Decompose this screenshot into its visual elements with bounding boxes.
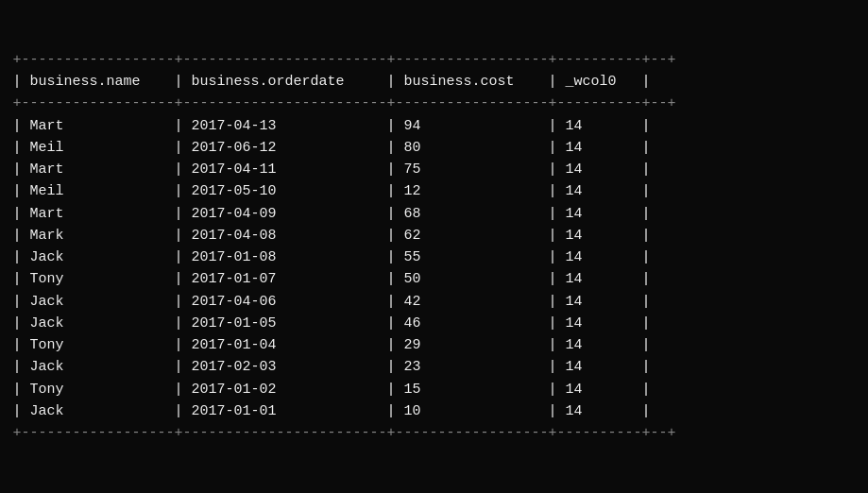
table-row: | Jack | 2017-01-08 | 55 | 14 | xyxy=(13,246,856,268)
table-row: | Jack | 2017-01-05 | 46 | 14 | xyxy=(13,313,856,334)
separator-mid: +------------------+--------------------… xyxy=(13,93,856,114)
table-row: | Tony | 2017-01-04 | 29 | 14 | xyxy=(13,334,856,356)
table-row: | Tony | 2017-01-02 | 15 | 14 | xyxy=(13,379,856,400)
table-row: | Mart | 2017-04-09 | 68 | 14 | xyxy=(13,203,856,225)
separator-top: +------------------+--------------------… xyxy=(13,49,856,71)
table-row: | Meil | 2017-05-10 | 12 | 14 | xyxy=(13,180,856,202)
query-results-table: +------------------+--------------------… xyxy=(9,45,859,449)
table-body: | Mart | 2017-04-13 | 94 | 14 || Meil | … xyxy=(13,115,856,423)
table-row: | Tony | 2017-01-07 | 50 | 14 | xyxy=(13,268,856,290)
table-row: | Meil | 2017-06-12 | 80 | 14 | xyxy=(13,137,856,159)
table-row: | Jack | 2017-02-03 | 23 | 14 | xyxy=(13,356,856,378)
table-header: | business.name | business.orderdate | b… xyxy=(13,71,856,93)
table-row: | Jack | 2017-04-06 | 42 | 14 | xyxy=(13,291,856,313)
table-row: | Jack | 2017-01-01 | 10 | 14 | xyxy=(13,400,856,422)
separator-bottom: +------------------+--------------------… xyxy=(13,422,856,444)
table-row: | Mart | 2017-04-13 | 94 | 14 | xyxy=(13,115,856,137)
table-row: | Mark | 2017-04-08 | 62 | 14 | xyxy=(13,225,856,246)
table-row: | Mart | 2017-04-11 | 75 | 14 | xyxy=(13,159,856,180)
